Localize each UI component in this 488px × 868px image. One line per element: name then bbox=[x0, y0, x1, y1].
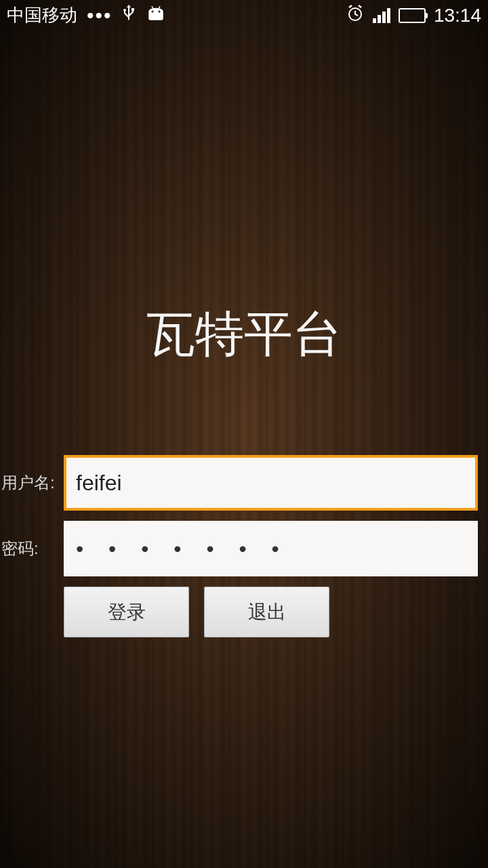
password-input[interactable]: • • • • • • • bbox=[64, 521, 478, 576]
login-button[interactable]: 登录 bbox=[64, 587, 189, 637]
username-label: 用户名: bbox=[0, 472, 64, 494]
carrier-label: 中国移动 bbox=[7, 3, 77, 27]
svg-point-2 bbox=[151, 11, 153, 13]
main-content: 瓦特平台 用户名: 密码: • • • • • • • 登录 退出 bbox=[0, 31, 488, 637]
status-bar: 中国移动 ••• bbox=[0, 0, 488, 31]
status-left: 中国移动 ••• bbox=[7, 3, 167, 27]
password-row: 密码: • • • • • • • bbox=[0, 521, 488, 576]
svg-rect-1 bbox=[131, 8, 134, 11]
more-dots: ••• bbox=[87, 4, 113, 27]
app-title: 瓦特平台 bbox=[0, 302, 488, 367]
username-row: 用户名: bbox=[0, 455, 488, 511]
svg-point-0 bbox=[123, 9, 126, 12]
clock-time: 13:14 bbox=[434, 5, 481, 26]
status-right: 13:14 bbox=[346, 3, 481, 27]
username-input[interactable] bbox=[64, 455, 478, 511]
alarm-icon bbox=[346, 3, 365, 27]
svg-point-3 bbox=[158, 11, 160, 13]
password-label: 密码: bbox=[0, 538, 64, 559]
exit-button[interactable]: 退出 bbox=[204, 587, 329, 637]
button-row: 登录 退出 bbox=[0, 587, 488, 637]
usb-icon bbox=[122, 3, 136, 27]
battery-icon bbox=[399, 8, 426, 23]
android-icon bbox=[145, 5, 167, 26]
signal-icon bbox=[373, 8, 390, 23]
